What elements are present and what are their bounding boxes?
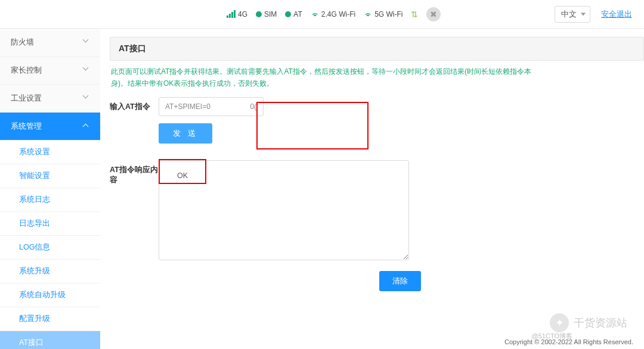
send-button[interactable]: 发 送 — [159, 123, 212, 144]
status-wifi24-label: 2.4G Wi-Fi — [321, 10, 355, 18]
watermark-text: 干货资源站 — [574, 316, 627, 330]
at-command-input[interactable] — [159, 97, 264, 116]
sidebar-item-config-upgrade[interactable]: 配置升级 — [0, 307, 100, 331]
sidebar-item-smart-settings[interactable]: 智能设置 — [0, 164, 100, 188]
sidebar-item-at-interface[interactable]: AT接口 — [0, 331, 100, 349]
round-button[interactable]: ✖ — [426, 7, 441, 21]
wechat-icon: ✦ — [550, 313, 569, 332]
sidebar-section-label: 家长控制 — [11, 65, 42, 76]
wifi-icon — [311, 10, 319, 18]
language-label: 中文 — [561, 10, 577, 18]
sidebar-section-label: 系统管理 — [11, 121, 42, 132]
main-area: 防火墙 家长控制 工业设置 系统管理 系统设置 智能设置 系统日志 日志导出 L… — [0, 29, 644, 349]
status-wifi5: 5G Wi-Fi — [364, 10, 402, 18]
sidebar-item-system-log[interactable]: 系统日志 — [0, 188, 100, 212]
topbar-right: 中文 安全退出 — [555, 6, 632, 23]
chevron-up-icon — [83, 123, 89, 129]
topbar: 4G SIM AT 2.4G Wi-Fi 5G Wi-Fi ⇅ ✖ 中文 安全退… — [0, 0, 644, 29]
watermark: ✦ 干货资源站 — [550, 313, 627, 332]
wifi-icon — [364, 10, 372, 18]
chevron-down-icon — [83, 39, 89, 45]
panel-description: 此页面可以测试AT指令并获得结果。测试前需要先输入AT指令，然后按发送按钮，等待… — [110, 61, 539, 95]
dot-icon — [285, 11, 291, 17]
sidebar-section-label: 工业设置 — [11, 93, 42, 104]
at-response-label: AT指令响应内容 — [110, 160, 159, 185]
sidebar-section-industrial[interactable]: 工业设置 — [0, 85, 100, 113]
sidebar-item-system-upgrade[interactable]: 系统升级 — [0, 260, 100, 283]
at-input-label: 输入AT指令 — [110, 97, 159, 112]
status-4g-label: 4G — [238, 10, 247, 18]
status-indicators: 4G SIM AT 2.4G Wi-Fi 5G Wi-Fi ⇅ ✖ — [227, 7, 441, 21]
logout-link[interactable]: 安全退出 — [601, 9, 632, 20]
clear-button[interactable]: 清除 — [379, 271, 421, 291]
signal-icon — [227, 10, 236, 18]
sidebar-item-system-settings[interactable]: 系统设置 — [0, 141, 100, 164]
dot-icon — [256, 11, 262, 17]
status-wifi24: 2.4G Wi-Fi — [311, 10, 355, 18]
sidebar-item-auto-upgrade[interactable]: 系统自动升级 — [0, 283, 100, 307]
sidebar-section-label: 防火墙 — [11, 37, 34, 48]
sidebar-section-system[interactable]: 系统管理 — [0, 113, 100, 141]
language-select[interactable]: 中文 — [555, 6, 590, 23]
status-sim: SIM — [256, 10, 277, 18]
sidebar: 防火墙 家长控制 工业设置 系统管理 系统设置 智能设置 系统日志 日志导出 L… — [0, 29, 100, 349]
sidebar-section-firewall[interactable]: 防火墙 — [0, 29, 100, 57]
sidebar-item-log-export[interactable]: 日志导出 — [0, 212, 100, 236]
footer-copyright: Copyright © 2002-2022 All Rights Reserve… — [504, 338, 633, 345]
chevron-down-icon — [83, 95, 89, 101]
status-at: AT — [285, 10, 302, 18]
status-at-label: AT — [293, 10, 302, 18]
sidebar-section-parental[interactable]: 家长控制 — [0, 57, 100, 85]
at-response-row: AT指令响应内容 — [110, 160, 644, 263]
at-input-row: 输入AT指令 发 送 — [110, 97, 644, 144]
panel-title: AT接口 — [110, 37, 644, 61]
updown-icon: ⇅ — [411, 10, 418, 19]
status-sim-label: SIM — [264, 10, 277, 18]
content: AT接口 此页面可以测试AT指令并获得结果。测试前需要先输入AT指令，然后按发送… — [100, 29, 644, 349]
status-4g: 4G — [227, 10, 247, 18]
status-wifi5-label: 5G Wi-Fi — [374, 10, 402, 18]
sidebar-item-log-info[interactable]: LOG信息 — [0, 236, 100, 260]
at-response-textarea[interactable] — [159, 160, 409, 260]
chevron-down-icon — [83, 67, 89, 73]
